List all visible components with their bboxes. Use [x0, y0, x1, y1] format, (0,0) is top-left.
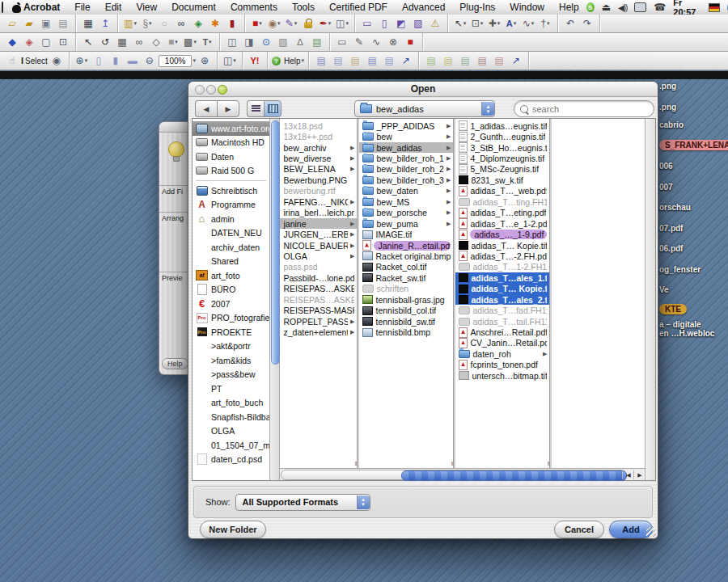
- link-chain-icon[interactable]: ∞: [131, 35, 147, 49]
- file-row-adidas-t-e-1-2-pdf[interactable]: adidas_T…e_1-2.pdf: [455, 218, 549, 229]
- fit-page-icon[interactable]: ▯: [91, 53, 107, 68]
- file-row-racket-sw-tif[interactable]: Racket_sw.tif: [359, 272, 453, 283]
- displays-icon[interactable]: [634, 2, 646, 12]
- file-row-5-msc-zeugnis-tif[interactable]: 5_MSc-Zeugnis.tif: [455, 164, 549, 175]
- cert-run-1-icon[interactable]: ↗: [398, 53, 414, 68]
- menu-window[interactable]: Window: [502, 0, 552, 15]
- file-row-1-adidas-eugnis-tif[interactable]: 1_adidas…eugnis.tif: [455, 120, 549, 131]
- sidebar-item-admin[interactable]: ⌂admin: [193, 212, 269, 226]
- sidebar-item-art-foto[interactable]: afart_foto: [193, 268, 269, 283]
- desktop-label-ve[interactable]: Ve: [659, 285, 669, 294]
- search-icon[interactable]: ○: [156, 16, 172, 31]
- distort-icon[interactable]: ∿: [368, 35, 384, 49]
- organizer-icon[interactable]: ▥▾: [122, 16, 138, 31]
- measure-icon[interactable]: ∆: [292, 35, 308, 49]
- crop-tool-icon[interactable]: ⊡▾: [469, 16, 485, 31]
- hscroll-track[interactable]: [281, 470, 627, 480]
- resize-grip[interactable]: [646, 527, 656, 537]
- column-divider[interactable]: [549, 119, 552, 468]
- desktop-label-s-frank-lena[interactable]: S_FRANK+LENA: [659, 141, 728, 150]
- form-select-icon[interactable]: ▭: [334, 35, 350, 49]
- menu-comments[interactable]: Comments: [223, 0, 285, 15]
- pencil-icon[interactable]: ✎: [351, 35, 367, 49]
- layers-pages-icon[interactable]: ◫▾: [334, 16, 350, 31]
- file-row-bew-puma[interactable]: bew_puma▶: [359, 218, 453, 229]
- zoom-in-button[interactable]: ⊕: [197, 53, 213, 68]
- file-row-bew-bilder-roh-2[interactable]: bew_bilder_roh_2▶: [359, 164, 453, 175]
- print-icon[interactable]: ▤: [55, 16, 71, 31]
- send-review-icon[interactable]: ✎▾: [283, 16, 299, 31]
- desktop-label-a-digitale[interactable]: a – digitale: [659, 320, 701, 329]
- file-row-image-tif[interactable]: IMAGE.tif: [359, 229, 453, 239]
- cert-doc-8-icon[interactable]: ▤: [457, 53, 473, 68]
- file-row-bew-daten[interactable]: bew_daten▶: [359, 186, 453, 196]
- find-icon[interactable]: ∞: [173, 16, 189, 31]
- file-row-bew-bilder-roh-1[interactable]: bew_bilder_roh_1▶: [359, 153, 453, 163]
- rotate-3d-icon[interactable]: ◇: [148, 35, 164, 49]
- file-row-adidas-1-9-pdf[interactable]: adidas_…_1-9.pdf: [455, 229, 549, 239]
- file-row-pass-psd[interactable]: pass.psd: [280, 262, 357, 272]
- column-divider[interactable]: [357, 119, 359, 468]
- desktop-label-07-pdf[interactable]: 07.pdf: [659, 224, 683, 233]
- hscroll-thumb[interactable]: [401, 470, 627, 481]
- zoom-level-field[interactable]: 100%▾: [159, 53, 196, 68]
- file-row-8231-sw-k-tif[interactable]: 8231_sw_k.tif: [455, 175, 549, 185]
- gear-icon[interactable]: ✱: [207, 16, 223, 31]
- crop-icon[interactable]: ▦: [114, 35, 130, 49]
- file-row-passbild-lone-pdf[interactable]: Passbild-…lone.pdf: [280, 272, 357, 283]
- print-check-icon[interactable]: ⊗: [385, 35, 401, 49]
- sidebar-item-programme[interactable]: AProgramme: [193, 198, 269, 213]
- cert-doc-2-icon[interactable]: ▤: [330, 53, 346, 68]
- form-warning-icon[interactable]: ⚠: [427, 16, 443, 31]
- minimize-traffic-light[interactable]: [206, 85, 216, 95]
- search-input[interactable]: [531, 103, 631, 115]
- file-row-irina-berl-leich-png[interactable]: irina_berl…leich.png: [280, 208, 357, 218]
- volume-icon[interactable]: ◀)): [618, 2, 627, 13]
- back-button[interactable]: ◀: [195, 100, 217, 117]
- hscroll-right-arrow[interactable]: ▶: [633, 470, 645, 479]
- columns-horizontal-scrollbar[interactable]: ◀ ▶: [280, 468, 645, 480]
- sidebar-item-art-foto-buch[interactable]: art_foto_buch: [193, 396, 269, 411]
- file-row-fcprints-tonen-pdf[interactable]: fcprints_tonen.pdf: [455, 360, 549, 370]
- file-row-untersch-bitmap-tif[interactable]: untersch…bitmap.tif: [455, 370, 549, 381]
- file-row-racket-col-tif[interactable]: Racket_col.tif: [359, 262, 453, 272]
- form-page-icon[interactable]: ▯: [376, 16, 392, 31]
- sidebar-item-daten-neu[interactable]: DATEN_NEU: [193, 226, 269, 241]
- zoom-doc-icon[interactable]: ⊙: [258, 35, 274, 49]
- film-icon[interactable]: ▩▾: [182, 35, 198, 49]
- file-row-bew-diverse[interactable]: bew_diverse▶: [280, 153, 357, 163]
- file-row-tennisbild-bmp[interactable]: tennisbild.bmp: [359, 327, 453, 337]
- zoom-out-button[interactable]: ⊖: [142, 53, 158, 68]
- file-row-adidas-t-ting-fh11[interactable]: adidas_T…ting.FH11: [455, 196, 549, 207]
- file-row-adidas-t-tail-fh11[interactable]: adidas_T…tail.FH11: [455, 316, 549, 327]
- file-row-roppelt-pass[interactable]: ROPPELT_PASS▶: [280, 316, 357, 327]
- file-row-daten-roh[interactable]: daten_roh▶: [455, 348, 549, 359]
- desktop-label-007[interactable]: 007: [659, 183, 673, 192]
- menu-advanced[interactable]: Advanced: [395, 0, 452, 15]
- sign-pen-icon[interactable]: ✒▾: [317, 16, 333, 31]
- sidebar-item-proekte[interactable]: ProPROEKTE: [193, 325, 269, 340]
- sidebar-item-raid-500-g[interactable]: Raid 500 G: [193, 164, 269, 179]
- file-row-adidas-t-kopie-tif[interactable]: adidas_T… Kopie.tif: [455, 284, 549, 294]
- zoom-traffic-light[interactable]: [218, 85, 227, 95]
- sidebar-item-schreibtisch[interactable]: Schreibtisch: [193, 183, 269, 198]
- open-file-icon[interactable]: ▱: [4, 16, 20, 31]
- desktop-label-cabrio[interactable]: cabrio: [659, 120, 684, 129]
- file-row-adidas-t-web-pdf[interactable]: adidas_T…_web.pdf: [455, 186, 549, 196]
- anchor-tool-icon[interactable]: †▾: [537, 16, 553, 31]
- menu-edit[interactable]: Edit: [98, 0, 129, 15]
- uturn-icon[interactable]: ↺: [97, 35, 113, 49]
- file-row-olga[interactable]: OLGA▶: [280, 251, 357, 261]
- eject-icon[interactable]: ⏏: [602, 2, 611, 13]
- picture-chart-icon[interactable]: ◈: [21, 35, 37, 49]
- cert-doc-7-icon[interactable]: ▤: [440, 53, 456, 68]
- file-row-adidas-t-fad-fh11[interactable]: adidas_T…fad.FH11: [455, 305, 549, 315]
- sidebar-item-01-1504-07-m[interactable]: 01_1504_07_m…: [193, 438, 269, 453]
- help-button[interactable]: ?Help▾: [272, 53, 304, 68]
- open-web-icon[interactable]: ▰: [21, 16, 37, 31]
- hand-tool-icon[interactable]: ☝: [4, 53, 20, 68]
- scan-icon[interactable]: ▦: [80, 16, 96, 31]
- file-row-bew-ms[interactable]: bew_MS▶: [359, 196, 453, 207]
- fit-width-icon[interactable]: ▮: [108, 53, 124, 68]
- sidebar-item-fam-kids[interactable]: >fam&kids: [193, 353, 269, 368]
